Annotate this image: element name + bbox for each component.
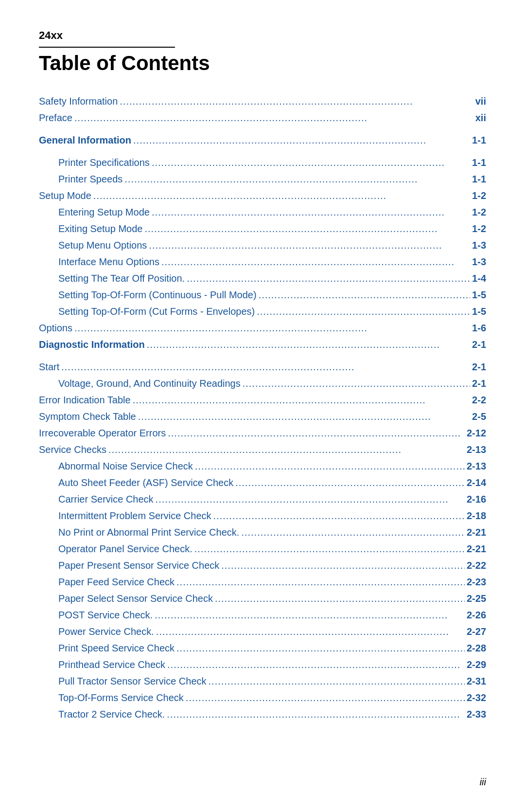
toc-page-setup-mode: 1-2: [472, 189, 486, 202]
toc-page-auto-sheet-feeder: 2-14: [467, 476, 486, 489]
toc-page-safety-information: vii: [475, 94, 486, 108]
toc-label-printhead-service-check: Printhead Service Check: [58, 658, 165, 671]
toc-entry-setup-mode[interactable]: Setup Mode .............................…: [39, 189, 486, 202]
toc-label-no-print-abnormal: No Print or Abnormal Print Service Check…: [58, 525, 239, 539]
toc-label-top-of-forms-service-check: Top-Of-Forms Service Check: [58, 691, 184, 704]
toc-label-safety-information: Safety Information: [39, 94, 118, 108]
toc-label-operator-panel: Operator Panel Service Check.: [58, 542, 192, 556]
toc-entry-tractor-2-service-check[interactable]: Tractor 2 Service Check. ...............…: [39, 707, 486, 721]
toc-entry-print-speed-service-check[interactable]: Print Speed Service Check ..............…: [39, 641, 486, 655]
toc-page-voltage-ground: 2-1: [472, 377, 486, 390]
toc-label-printer-specifications: Printer Specifications: [58, 156, 150, 169]
toc-page-diagnostic-information: 2-1: [472, 338, 486, 351]
toc-label-exiting-setup-mode: Exiting Setup Mode: [58, 222, 142, 235]
toc-dots-options: ........................................…: [74, 321, 470, 335]
toc-entry-symptom-check-table[interactable]: Symptom Check Table ....................…: [39, 410, 486, 423]
toc-label-entering-setup-mode: Entering Setup Mode: [58, 205, 150, 219]
toc-page-carrier-service-check: 2-16: [467, 492, 486, 506]
spacer-diagnostic-information: [39, 354, 486, 360]
toc-label-printer-speeds: Printer Speeds: [58, 172, 122, 186]
toc-entry-general-information[interactable]: General Information ....................…: [39, 133, 486, 147]
toc-dots-abnormal-noise: ........................................…: [195, 459, 465, 473]
toc-entry-start[interactable]: Start ..................................…: [39, 360, 486, 374]
toc-dots-interface-menu-options: ........................................…: [161, 255, 470, 269]
toc-label-error-indication-table: Error Indication Table: [39, 393, 131, 407]
toc-label-diagnostic-information: Diagnostic Information: [39, 338, 145, 351]
page-title: Table of Contents: [39, 52, 486, 75]
toc-dots-irrecoverable-operator-errors: ........................................…: [168, 426, 465, 440]
toc-page-pull-tractor-sensor: 2-31: [467, 674, 486, 688]
toc-dots-entering-setup-mode: ........................................…: [152, 205, 470, 219]
toc-page-irrecoverable-operator-errors: 2-12: [467, 426, 486, 440]
toc-entry-irrecoverable-operator-errors[interactable]: Irrecoverable Operator Errors ..........…: [39, 426, 486, 440]
toc-entry-options[interactable]: Options ................................…: [39, 321, 486, 335]
toc-entry-no-print-abnormal[interactable]: No Print or Abnormal Print Service Check…: [39, 525, 486, 539]
toc-page-operator-panel: 2-21: [467, 542, 486, 556]
toc-page-entering-setup-mode: 1-2: [472, 205, 486, 219]
toc-dots-tractor-2-service-check: ........................................…: [167, 707, 465, 721]
toc-dots-post-service-check: ........................................…: [155, 608, 465, 622]
toc-label-paper-select-sensor: Paper Select Sensor Service Check: [58, 592, 213, 605]
toc-dots-paper-feed-service-check: ........................................…: [176, 575, 465, 589]
toc-dots-service-checks: ........................................…: [108, 443, 465, 456]
toc-entry-setup-menu-options[interactable]: Setup Menu Options .....................…: [39, 238, 486, 252]
toc-entry-paper-present-sensor[interactable]: Paper Present Sensor Service Check .....…: [39, 559, 486, 572]
toc-entry-top-of-forms-service-check[interactable]: Top-Of-Forms Service Check .............…: [39, 691, 486, 704]
toc-label-pull-tractor-sensor: Pull Tractor Sensor Service Check: [58, 674, 207, 688]
toc-entry-operator-panel[interactable]: Operator Panel Service Check. ..........…: [39, 542, 486, 556]
toc-page-symptom-check-table: 2-5: [472, 410, 486, 423]
toc-page-exiting-setup-mode: 1-2: [472, 222, 486, 235]
toc-label-setup-mode: Setup Mode: [39, 189, 91, 202]
toc-entry-pull-tractor-sensor[interactable]: Pull Tractor Sensor Service Check ......…: [39, 674, 486, 688]
toc-entry-auto-sheet-feeder[interactable]: Auto Sheet Feeder (ASF) Service Check ..…: [39, 476, 486, 489]
toc-label-print-speed-service-check: Print Speed Service Check: [58, 641, 175, 655]
toc-dots-power-service-check: ........................................…: [156, 625, 465, 638]
toc-dots-carrier-service-check: ........................................…: [156, 492, 465, 506]
toc-page-top-of-forms-service-check: 2-32: [467, 691, 486, 704]
toc-dots-safety-information: ........................................…: [120, 94, 473, 108]
toc-label-options: Options: [39, 321, 72, 335]
toc-entry-setting-top-of-form-continuous[interactable]: Setting Top-Of-Form (Continuous - Pull M…: [39, 288, 486, 302]
toc-entry-entering-setup-mode[interactable]: Entering Setup Mode ....................…: [39, 205, 486, 219]
toc-dots-exiting-setup-mode: ........................................…: [144, 222, 470, 235]
toc-label-preface: Preface: [39, 111, 72, 125]
toc-entry-post-service-check[interactable]: POST Service Check. ....................…: [39, 608, 486, 622]
toc-entry-setting-top-of-form-cut[interactable]: Setting Top-Of-Form (Cut Forms - Envelop…: [39, 305, 486, 318]
toc-label-paper-feed-service-check: Paper Feed Service Check: [58, 575, 175, 589]
toc-label-carrier-service-check: Carrier Service Check: [58, 492, 154, 506]
toc-entry-printhead-service-check[interactable]: Printhead Service Check ................…: [39, 658, 486, 671]
toc-page-paper-select-sensor: 2-25: [467, 592, 486, 605]
toc-label-intermittent-problem: Intermittent Problem Service Check: [58, 509, 211, 523]
toc-entry-interface-menu-options[interactable]: Interface Menu Options .................…: [39, 255, 486, 269]
toc-entry-printer-specifications[interactable]: Printer Specifications .................…: [39, 156, 486, 169]
toc-dots-preface: ........................................…: [74, 111, 473, 125]
toc-dots-auto-sheet-feeder: ........................................…: [235, 476, 465, 489]
toc-entry-paper-feed-service-check[interactable]: Paper Feed Service Check ...............…: [39, 575, 486, 589]
toc-entry-printer-speeds[interactable]: Printer Speeds .........................…: [39, 172, 486, 186]
toc-page-printer-specifications: 1-1: [472, 156, 486, 169]
toc-entry-carrier-service-check[interactable]: Carrier Service Check ..................…: [39, 492, 486, 506]
toc-page-printhead-service-check: 2-29: [467, 658, 486, 671]
toc-entry-paper-select-sensor[interactable]: Paper Select Sensor Service Check ......…: [39, 592, 486, 605]
toc-page-general-information: 1-1: [472, 133, 486, 147]
toc-entry-error-indication-table[interactable]: Error Indication Table .................…: [39, 393, 486, 407]
toc-label-abnormal-noise: Abnormal Noise Service Check: [58, 459, 193, 473]
toc-entry-setting-tear-off[interactable]: Setting The Tear Off Position. .........…: [39, 271, 486, 285]
toc-page-setting-top-of-form-continuous: 1-5: [472, 288, 486, 302]
toc-entry-intermittent-problem[interactable]: Intermittent Problem Service Check .....…: [39, 509, 486, 523]
toc-label-auto-sheet-feeder: Auto Sheet Feeder (ASF) Service Check: [58, 476, 233, 489]
toc-entry-abnormal-noise[interactable]: Abnormal Noise Service Check ...........…: [39, 459, 486, 473]
toc-label-interface-menu-options: Interface Menu Options: [58, 255, 159, 269]
toc-dots-pull-tractor-sensor: ........................................…: [209, 674, 465, 688]
toc-entry-safety-information[interactable]: Safety Information .....................…: [39, 94, 486, 108]
toc-entry-power-service-check[interactable]: Power Service Check. ...................…: [39, 625, 486, 638]
toc-dots-error-indication-table: ........................................…: [133, 393, 470, 407]
toc-entry-service-checks[interactable]: Service Checks .........................…: [39, 443, 486, 456]
toc-page-setting-top-of-form-cut: 1-5: [472, 305, 486, 318]
toc-entry-exiting-setup-mode[interactable]: Exiting Setup Mode .....................…: [39, 222, 486, 235]
toc-entry-preface[interactable]: Preface ................................…: [39, 111, 486, 125]
toc-label-power-service-check: Power Service Check.: [58, 625, 154, 638]
toc-entry-diagnostic-information[interactable]: Diagnostic Information .................…: [39, 338, 486, 351]
toc-entry-voltage-ground[interactable]: Voltage, Ground, And Continuity Readings…: [39, 377, 486, 390]
toc-label-service-checks: Service Checks: [39, 443, 106, 456]
